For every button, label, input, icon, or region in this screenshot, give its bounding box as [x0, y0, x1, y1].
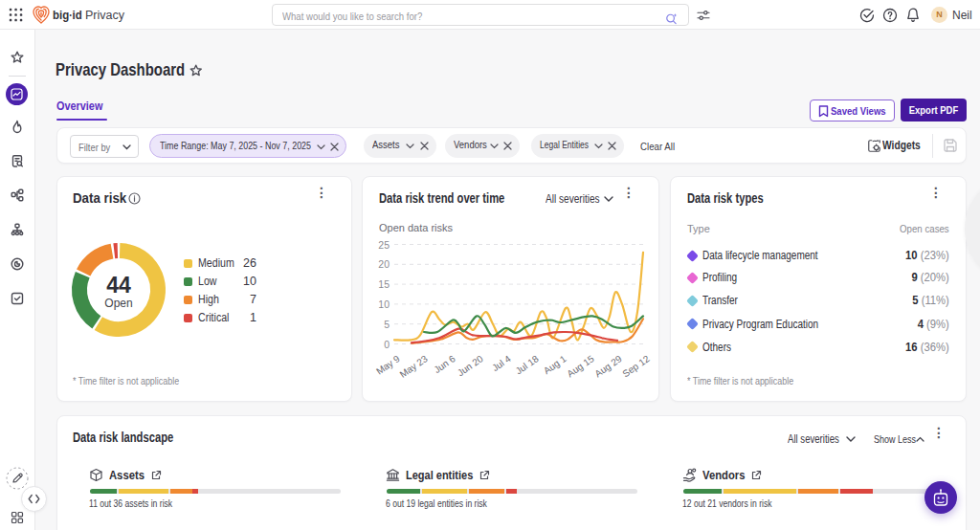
svg-text:Jul 4: Jul 4 — [490, 353, 513, 373]
svg-text:44: 44 — [106, 273, 131, 298]
svg-text:May 9: May 9 — [374, 353, 402, 377]
svg-text:25: 25 — [378, 239, 390, 251]
svg-text:15: 15 — [378, 278, 390, 290]
svg-text:5: 5 — [384, 319, 390, 330]
svg-text:Aug 1: Aug 1 — [542, 353, 568, 376]
svg-text:May 23: May 23 — [397, 353, 430, 380]
svg-text:Sep 12: Sep 12 — [620, 353, 652, 379]
svg-text:Jun 6: Jun 6 — [432, 353, 457, 375]
svg-text:10: 10 — [378, 298, 390, 310]
svg-text:Open: Open — [104, 297, 132, 310]
svg-text:Jun 20: Jun 20 — [456, 353, 485, 378]
svg-text:0: 0 — [384, 339, 390, 350]
svg-text:Aug 29: Aug 29 — [592, 353, 624, 379]
svg-text:20: 20 — [378, 258, 390, 270]
svg-text:Aug 15: Aug 15 — [565, 353, 596, 379]
svg-text:Jul 18: Jul 18 — [513, 353, 541, 377]
